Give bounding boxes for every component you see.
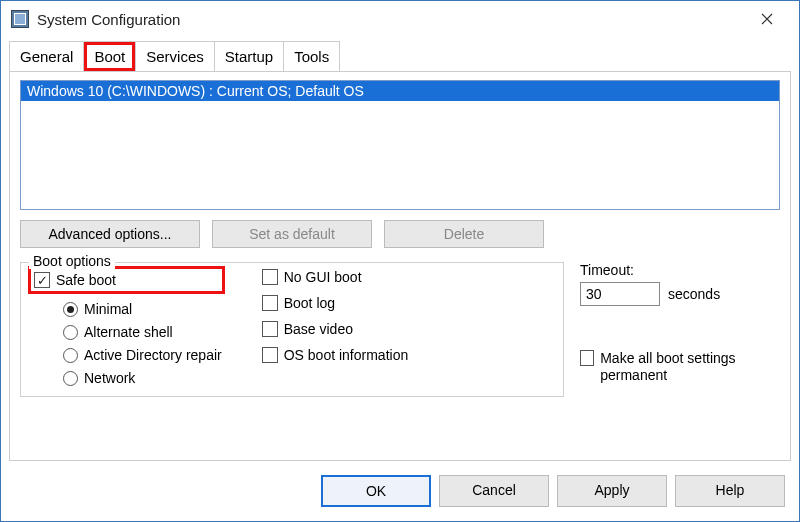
window-title: System Configuration [37,11,745,28]
tab-tools[interactable]: Tools [283,41,340,71]
close-icon [761,13,773,25]
no-gui-boot-checkbox[interactable]: No GUI boot [262,269,409,285]
boot-options-legend: Boot options [29,253,115,269]
tab-boot-label: Boot [94,48,125,65]
boot-log-label: Boot log [284,295,335,311]
close-button[interactable] [745,4,789,34]
radio-icon [63,371,78,386]
base-video-checkbox[interactable]: Base video [262,321,409,337]
set-default-label: Set as default [249,226,335,242]
base-video-label: Base video [284,321,353,337]
radio-minimal[interactable]: Minimal [63,301,222,317]
checkbox-icon [262,347,278,363]
tab-startup-label: Startup [225,48,273,65]
lower-row: Boot options ✓ Safe boot Minima [20,262,780,397]
app-icon [11,10,29,28]
system-configuration-window: System Configuration General Boot Servic… [0,0,800,522]
safe-boot-highlight: ✓ Safe boot [31,269,222,291]
cancel-button[interactable]: Cancel [439,475,549,507]
radio-icon [63,325,78,340]
advanced-options-label: Advanced options... [49,226,172,242]
tab-general-label: General [20,48,73,65]
tab-panel-boot: Windows 10 (C:\WINDOWS) : Current OS; De… [9,71,791,461]
os-info-label: OS boot information [284,347,409,363]
timeout-group: Timeout: seconds [580,262,780,306]
no-gui-label: No GUI boot [284,269,362,285]
tab-tools-label: Tools [294,48,329,65]
radio-minimal-label: Minimal [84,301,132,317]
checkbox-icon [262,269,278,285]
make-permanent-checkbox[interactable]: Make all boot settings permanent [580,350,780,384]
tab-services-label: Services [146,48,204,65]
radio-icon [63,302,78,317]
ok-button[interactable]: OK [321,475,431,507]
delete-button[interactable]: Delete [384,220,544,248]
ok-label: OK [366,483,386,499]
radio-ad-repair-label: Active Directory repair [84,347,222,363]
checkbox-icon [262,321,278,337]
os-boot-info-checkbox[interactable]: OS boot information [262,347,409,363]
tab-strip: General Boot Services Startup Tools [1,37,799,71]
boot-options-right-col: No GUI boot Boot log Base video OS [262,269,409,386]
radio-icon [63,348,78,363]
delete-label: Delete [444,226,484,242]
tab-startup[interactable]: Startup [214,41,284,71]
radio-ad-repair[interactable]: Active Directory repair [63,347,222,363]
safe-boot-label: Safe boot [56,272,116,288]
make-permanent-label: Make all boot settings permanent [600,350,780,384]
tab-general[interactable]: General [9,41,84,71]
cancel-label: Cancel [472,482,516,498]
boot-log-checkbox[interactable]: Boot log [262,295,409,311]
timeout-label: Timeout: [580,262,780,278]
tab-services[interactable]: Services [135,41,215,71]
boot-buttons-row: Advanced options... Set as default Delet… [20,220,780,248]
os-list-item[interactable]: Windows 10 (C:\WINDOWS) : Current OS; De… [21,81,779,101]
tab-boot[interactable]: Boot [83,41,136,71]
checkbox-icon: ✓ [34,272,50,288]
radio-network-label: Network [84,370,135,386]
checkbox-icon [580,350,594,366]
timeout-column: Timeout: seconds Make all boot settings … [580,262,780,397]
dialog-footer: OK Cancel Apply Help [1,461,799,521]
titlebar: System Configuration [1,1,799,37]
boot-options-left-col: ✓ Safe boot Minimal Alternate sh [31,269,222,386]
set-default-button[interactable]: Set as default [212,220,372,248]
checkbox-icon [262,295,278,311]
os-list-item-label: Windows 10 (C:\WINDOWS) : Current OS; De… [27,83,364,99]
safe-boot-checkbox[interactable]: ✓ Safe boot [34,272,116,288]
apply-button[interactable]: Apply [557,475,667,507]
radio-alt-shell-label: Alternate shell [84,324,173,340]
boot-options-group: Boot options ✓ Safe boot Minima [20,262,564,397]
help-label: Help [716,482,745,498]
apply-label: Apply [594,482,629,498]
radio-network[interactable]: Network [63,370,222,386]
advanced-options-button[interactable]: Advanced options... [20,220,200,248]
os-list[interactable]: Windows 10 (C:\WINDOWS) : Current OS; De… [20,80,780,210]
radio-alternate-shell[interactable]: Alternate shell [63,324,222,340]
help-button[interactable]: Help [675,475,785,507]
timeout-unit: seconds [668,286,720,302]
timeout-input[interactable] [580,282,660,306]
